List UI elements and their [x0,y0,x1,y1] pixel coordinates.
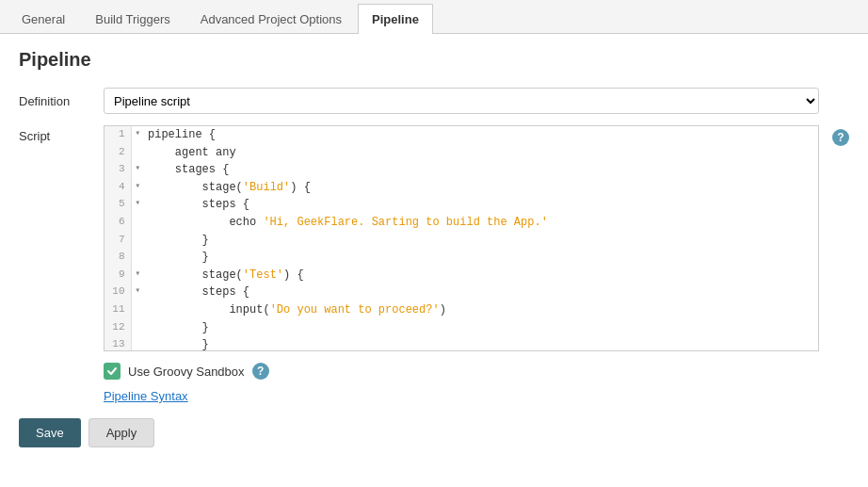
tab-advanced-project-options[interactable]: Advanced Project Options [186,4,356,34]
line-number: 13 [104,336,131,351]
definition-select[interactable]: Pipeline script Pipeline script from SCM [104,88,819,114]
pipeline-syntax-row: Pipeline Syntax [104,389,849,403]
tab-general[interactable]: General [8,4,79,34]
code-line: echo 'Hi, GeekFlare. Sarting to build th… [144,214,818,232]
pipeline-syntax-link[interactable]: Pipeline Syntax [104,389,188,403]
sandbox-help-icon[interactable]: ? [252,363,269,380]
code-editor[interactable]: 1▾pipeline {2 agent any3▾ stages {4▾ sta… [104,125,819,351]
script-outer: 1▾pipeline {2 agent any3▾ stages {4▾ sta… [104,125,849,351]
line-number: 10 [104,284,131,301]
code-line: agent any [144,144,818,162]
save-button[interactable]: Save [19,418,81,447]
line-number: 3 [104,161,131,179]
code-line: stage('Test') { [144,267,818,284]
line-number: 11 [104,301,131,319]
code-line: pipeline { [144,126,818,144]
fold-indicator[interactable]: ▾ [131,161,144,179]
tab-build-triggers[interactable]: Build Triggers [81,4,184,34]
definition-row: Definition Pipeline script Pipeline scri… [19,88,849,114]
fold-indicator[interactable]: ▾ [131,196,144,214]
script-label: Script [19,125,104,143]
tab-pipeline[interactable]: Pipeline [358,4,433,34]
code-line: } [144,336,818,351]
line-number: 6 [104,214,131,232]
line-number: 9 [104,267,131,284]
code-line: } [144,319,818,337]
fold-indicator[interactable] [131,232,144,250]
code-line: steps { [144,196,818,214]
tabs-bar: General Build Triggers Advanced Project … [0,0,868,34]
script-row: Script 1▾pipeline {2 agent any3▾ stages … [19,125,849,351]
sandbox-checkbox[interactable] [104,363,121,380]
code-line: stages { [144,161,818,179]
buttons-row: Save Apply [19,418,849,447]
line-number: 1 [104,126,131,144]
definition-label: Definition [19,94,104,108]
fold-indicator[interactable] [131,249,144,267]
page-title: Pipeline [19,49,849,71]
code-line: steps { [144,284,818,301]
fold-indicator[interactable] [131,336,144,351]
code-table: 1▾pipeline {2 agent any3▾ stages {4▾ sta… [104,126,818,351]
sandbox-label: Use Groovy Sandbox [128,365,245,379]
line-number: 8 [104,249,131,267]
fold-indicator[interactable] [131,144,144,162]
code-line: input('Do you want to proceed?') [144,301,818,319]
code-line: stage('Build') { [144,179,818,197]
line-number: 7 [104,232,131,250]
line-number: 4 [104,179,131,197]
fold-indicator[interactable] [131,214,144,232]
code-line: } [144,232,818,250]
code-line: } [144,249,818,267]
line-number: 2 [104,144,131,162]
script-help-icon[interactable]: ? [832,129,849,146]
main-content: Pipeline Definition Pipeline script Pipe… [0,34,868,487]
fold-indicator[interactable] [131,319,144,337]
sandbox-row: Use Groovy Sandbox ? [104,363,849,380]
line-number: 12 [104,319,131,337]
fold-indicator[interactable]: ▾ [131,267,144,284]
apply-button[interactable]: Apply [88,418,155,447]
line-number: 5 [104,196,131,214]
fold-indicator[interactable]: ▾ [131,126,144,144]
fold-indicator[interactable]: ▾ [131,284,144,301]
fold-indicator[interactable] [131,301,144,319]
fold-indicator[interactable]: ▾ [131,179,144,197]
